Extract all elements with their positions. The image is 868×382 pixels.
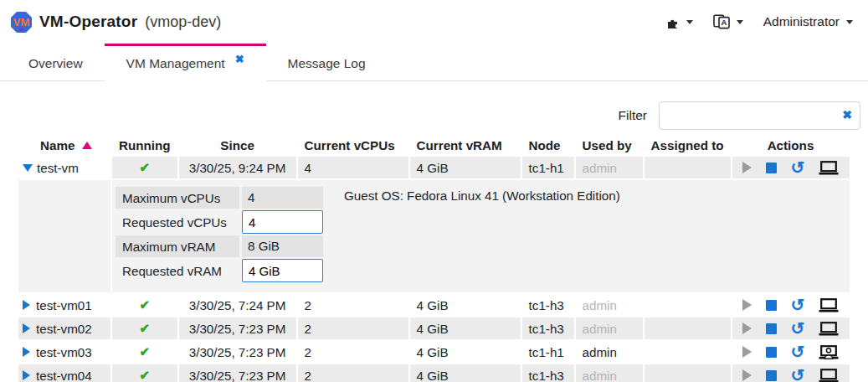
vm-since: 3/30/25, 7:23 PM — [179, 341, 296, 363]
tab-message-log[interactable]: Message Log — [266, 44, 388, 81]
vm-name: test-vm — [37, 161, 79, 175]
caret-down-icon — [846, 20, 853, 24]
vm-assigned-to — [645, 157, 731, 178]
vm-current-vcpus: 2 — [298, 294, 408, 316]
vm-table: Name Running Since Current vCPUs Current… — [17, 133, 851, 382]
svg-text:A: A — [721, 18, 727, 27]
vm-assigned-to — [645, 294, 731, 316]
start-vm-icon[interactable] — [742, 346, 752, 358]
tab-close-icon[interactable]: ✖ — [235, 53, 244, 65]
vm-table-body: test-vm✔3/30/25, 9:24 PM44 GiBtc1-h1admi… — [18, 157, 850, 382]
table-row: test-vm03✔3/30/25, 7:23 PM24 GiBtc1-h1ad… — [18, 341, 850, 363]
vm-detail-fields: Maximum vCPUs4Requested vCPUsMaximum vRA… — [113, 185, 326, 284]
console-icon[interactable] — [819, 298, 839, 312]
column-header-running[interactable]: Running — [112, 135, 177, 155]
vm-assigned-to — [645, 317, 731, 339]
translate-icon: A — [713, 14, 730, 29]
stop-vm-icon[interactable] — [766, 300, 777, 311]
column-header-current-vram[interactable]: Current vRAM — [410, 135, 521, 155]
running-check-icon: ✔ — [140, 321, 151, 335]
tab-label: Overview — [28, 56, 83, 71]
table-row: test-vm01✔3/30/25, 7:24 PM24 GiBtc1-h3ad… — [18, 294, 850, 316]
vm-assigned-to — [645, 364, 731, 382]
guest-os-text: Guest OS: Fedora Linux 41 (Workstation E… — [344, 185, 620, 203]
column-header-since[interactable]: Since — [179, 135, 296, 155]
vm-detail-row: Maximum vCPUs4Requested vCPUsMaximum vRA… — [18, 180, 850, 292]
vm-used-by: admin — [576, 157, 643, 178]
filter-row: Filter ✖ — [0, 101, 860, 130]
vm-node: tc1-h3 — [522, 317, 574, 339]
filter-input[interactable] — [659, 101, 860, 130]
vm-current-vcpus: 4 — [298, 157, 408, 178]
start-vm-icon[interactable] — [742, 369, 752, 381]
user-menu-button[interactable]: Administrator — [763, 14, 853, 29]
column-header-current-vcpus[interactable]: Current vCPUs — [298, 135, 408, 155]
vm-since: 3/30/25, 9:24 PM — [179, 157, 296, 178]
stop-vm-icon[interactable] — [766, 163, 777, 173]
expand-row-icon[interactable] — [23, 347, 30, 357]
column-header-node[interactable]: Node — [522, 135, 574, 155]
vm-current-vcpus: 2 — [298, 364, 408, 382]
reset-vm-icon[interactable]: ↺ — [791, 161, 805, 174]
console-icon[interactable] — [819, 369, 839, 382]
puzzle-icon — [665, 15, 680, 29]
vm-operator-logo-icon: VM — [10, 11, 33, 34]
vm-since: 3/30/25, 7:23 PM — [179, 364, 296, 382]
expand-row-icon[interactable] — [23, 300, 30, 310]
vm-current-vram: 4 GiB — [410, 294, 521, 316]
column-header-name[interactable]: Name — [18, 135, 110, 155]
app-title: VM-Operator — [39, 13, 137, 31]
reset-vm-icon[interactable]: ↺ — [791, 298, 805, 312]
vm-current-vram: 4 GiB — [410, 317, 521, 339]
filter-label: Filter — [619, 108, 647, 123]
reset-vm-icon[interactable]: ↺ — [791, 322, 805, 335]
vm-current-vram: 4 GiB — [410, 157, 521, 178]
start-vm-icon[interactable] — [742, 299, 752, 311]
collapse-row-icon[interactable] — [23, 164, 33, 172]
vm-used-by: admin — [576, 364, 643, 382]
start-vm-icon[interactable] — [742, 323, 752, 334]
vm-assigned-to — [645, 341, 731, 363]
expand-row-icon[interactable] — [23, 370, 30, 380]
start-vm-icon[interactable] — [742, 162, 752, 173]
stop-vm-icon[interactable] — [766, 323, 777, 334]
expand-row-icon[interactable] — [23, 323, 30, 333]
table-header-row: Name Running Since Current vCPUs Current… — [18, 135, 850, 155]
table-row: test-vm02✔3/30/25, 7:23 PM24 GiBtc1-h3ad… — [18, 317, 850, 339]
requested-vram-input[interactable] — [242, 259, 323, 282]
console-icon[interactable] — [819, 322, 839, 336]
requested-vcpus-input[interactable] — [242, 210, 323, 234]
vm-since: 3/30/25, 7:23 PM — [179, 317, 296, 339]
maximum-vram-label: Maximum vRAM — [116, 235, 239, 257]
vm-name: test-vm02 — [36, 322, 92, 336]
vm-node: tc1-h1 — [522, 157, 574, 178]
requested-vcpus-label: Requested vCPUs — [116, 210, 239, 234]
console-user-icon[interactable] — [819, 345, 839, 359]
tab-overview[interactable]: Overview — [7, 44, 105, 81]
reset-vm-icon[interactable]: ↺ — [791, 345, 805, 359]
svg-text:VM: VM — [13, 16, 30, 28]
vm-name: test-vm04 — [36, 369, 92, 382]
column-header-assigned-to[interactable]: Assigned to — [645, 135, 731, 155]
vm-name: test-vm03 — [36, 345, 92, 359]
tab-bar: Overview VM Management ✖ Message Log — [0, 44, 868, 81]
vm-since: 3/30/25, 7:24 PM — [179, 294, 296, 316]
vm-used-by: admin — [576, 317, 643, 339]
table-row: test-vm04✔3/30/25, 7:23 PM24 GiBtc1-h3ad… — [18, 364, 850, 382]
language-menu-button[interactable]: A — [713, 14, 743, 29]
filter-clear-icon[interactable]: ✖ — [842, 108, 852, 122]
stop-vm-icon[interactable] — [766, 347, 777, 358]
tab-vm-management[interactable]: VM Management ✖ — [105, 44, 266, 81]
vm-node: tc1-h3 — [522, 364, 574, 382]
maximum-vcpus-label: Maximum vCPUs — [116, 187, 239, 209]
vm-current-vcpus: 2 — [298, 341, 408, 363]
requested-vram-label: Requested vRAM — [116, 259, 239, 282]
stop-vm-icon[interactable] — [766, 370, 777, 381]
reset-vm-icon[interactable]: ↺ — [791, 369, 805, 382]
components-menu-button[interactable] — [665, 15, 693, 29]
vm-name: test-vm01 — [36, 298, 92, 312]
column-header-used-by[interactable]: Used by — [576, 135, 643, 155]
tab-label: VM Management — [126, 56, 225, 71]
app-subtitle: (vmop-dev) — [145, 13, 221, 31]
console-icon[interactable] — [819, 161, 839, 175]
